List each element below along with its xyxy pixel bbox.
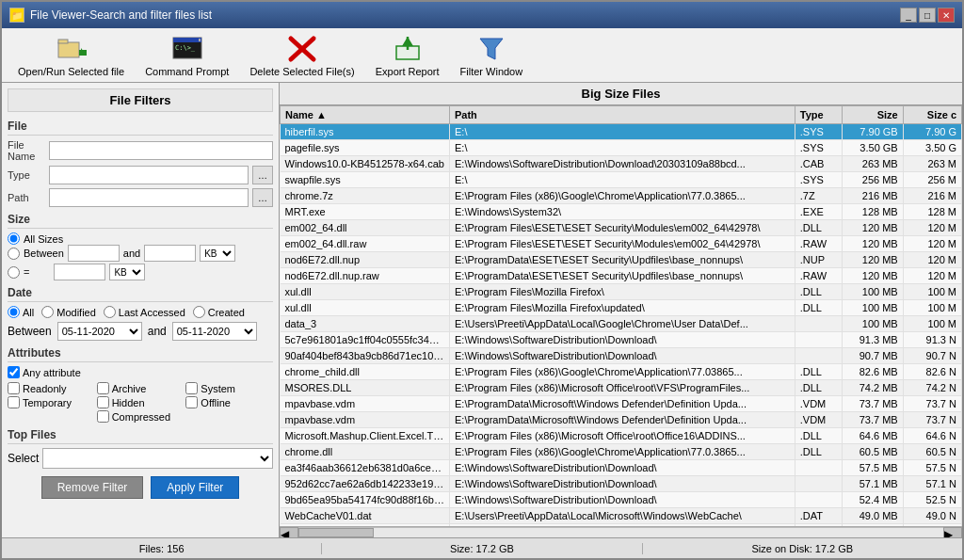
svg-rect-7: [199, 39, 201, 41]
cell-sizec: 49.0 N: [903, 508, 961, 524]
readonly-checkbox[interactable]: [8, 382, 20, 394]
cell-type: .DLL: [795, 380, 842, 396]
col-header-name[interactable]: Name ▲: [281, 106, 450, 124]
scrollbar-area[interactable]: ◀ ▶: [280, 526, 962, 537]
table-row[interactable]: nod6E72.dll.nupE:\ProgramData\ESET\ESET …: [281, 252, 962, 268]
cell-size: 120 MB: [843, 252, 904, 268]
cell-path: E:\Program Files\Mozilla Firefox\: [450, 284, 795, 300]
cell-path: E:\Windows\System32\: [450, 204, 795, 220]
close-button[interactable]: ✕: [938, 8, 955, 23]
scroll-right-btn[interactable]: ▶: [943, 527, 962, 538]
table-row[interactable]: WebCacheV01.datE:\Users\Preeti\AppData\L…: [281, 508, 962, 524]
table-row[interactable]: xul.dllE:\Program Files\Mozilla Firefox\…: [281, 284, 962, 300]
date-modified-radio[interactable]: [41, 306, 54, 318]
table-row[interactable]: Windows10.0-KB4512578-x64.cabE:\Windows\…: [281, 156, 962, 172]
archive-checkbox[interactable]: [97, 382, 109, 394]
size-eq-unit-select[interactable]: KBMBGB: [109, 264, 145, 280]
compressed-checkbox[interactable]: [97, 410, 109, 423]
all-sizes-radio[interactable]: [8, 232, 20, 245]
offline-checkbox[interactable]: [185, 396, 198, 408]
date-all-label: All: [23, 307, 34, 318]
table-row[interactable]: chrome.7zE:\Program Files (x86)\Google\C…: [281, 188, 962, 204]
cell-name: pagefile.sys: [281, 140, 450, 156]
table-row[interactable]: 9bd65ea95ba54174fc90d88f16b8f5e2e760c7a0…: [281, 492, 962, 508]
cell-sizec: 82.6 N: [903, 364, 961, 380]
cell-name: 5c7e961801a9c1ff04c0555fc347e6b43f6294e4: [281, 332, 450, 348]
size-unit-select[interactable]: KBMBGB: [200, 245, 235, 262]
svg-rect-0: [58, 42, 79, 57]
table-row[interactable]: MRT.exeE:\Windows\System32\.EXE128 MB128…: [281, 204, 962, 220]
path-browse-btn[interactable]: …: [252, 188, 273, 207]
export-button[interactable]: Export Report: [367, 29, 448, 82]
maximize-button[interactable]: □: [919, 8, 936, 23]
date-created-radio[interactable]: [193, 306, 205, 318]
cell-size: 100 MB: [843, 300, 904, 316]
any-attr-checkbox[interactable]: [8, 366, 20, 378]
open-run-button[interactable]: Open/Run Selected file: [9, 29, 133, 82]
size-from-input[interactable]: [68, 245, 120, 262]
type-input[interactable]: [49, 166, 249, 184]
date-all-radio[interactable]: [8, 306, 20, 318]
temporary-label: Temporary: [23, 397, 72, 408]
scrollbar-track[interactable]: [298, 527, 943, 538]
date-accessed-radio[interactable]: [104, 306, 116, 318]
filter-button[interactable]: Filter Window: [452, 29, 532, 82]
cell-type: .RAW: [795, 268, 842, 284]
file-table-container[interactable]: Name ▲ Path Type Size Size c hiberfil.sy…: [280, 105, 962, 526]
table-row[interactable]: mpavbase.vdmE:\ProgramData\Microsoft\Win…: [281, 396, 962, 412]
scrollbar-thumb[interactable]: [298, 528, 374, 537]
col-header-path[interactable]: Path: [450, 106, 795, 124]
table-row[interactable]: swapfile.sysE:\.SYS256 MB256 M: [281, 172, 962, 188]
cell-sizec: 100 M: [903, 316, 961, 332]
minimize-button[interactable]: _: [900, 8, 917, 23]
table-row[interactable]: hiberfil.sysE:\.SYS7.90 GB7.90 G: [281, 124, 962, 140]
table-row[interactable]: chrome_child.dllE:\Program Files (x86)\G…: [281, 364, 962, 380]
table-row[interactable]: Microsoft.Mashup.Client.Excel.Themes.dll…: [281, 428, 962, 444]
cell-name: Microsoft.Mashup.Client.Excel.Themes.dll: [281, 428, 450, 444]
table-row[interactable]: xul.dllE:\Program Files\Mozilla Firefox\…: [281, 300, 962, 316]
table-row[interactable]: 90af404bef843ba9cb86d71ec10b3ff515df5e21…: [281, 348, 962, 364]
table-row[interactable]: 5c7e961801a9c1ff04c0555fc347e6b43f6294e4…: [281, 332, 962, 348]
cell-size: 216 MB: [843, 188, 904, 204]
table-row[interactable]: MSORES.DLLE:\Program Files (x86)\Microso…: [281, 380, 962, 396]
size-eq-input[interactable]: [54, 264, 105, 280]
system-attr-row: System: [185, 382, 273, 394]
temporary-checkbox[interactable]: [8, 396, 20, 408]
cell-path: E:\Program Files\ESET\ESET Security\Modu…: [450, 236, 795, 252]
filename-input[interactable]: [49, 141, 273, 160]
remove-filter-button[interactable]: Remove Filter: [41, 476, 144, 499]
type-browse-btn[interactable]: …: [252, 166, 273, 184]
delete-button[interactable]: Delete Selected File(s): [241, 29, 362, 82]
size-to-input[interactable]: [144, 245, 196, 262]
cell-sizec: 73.7 N: [903, 412, 961, 428]
table-row[interactable]: 952d62cc7ae62a6db142233e19f7c6bf0282701f…: [281, 476, 962, 492]
top-files-select[interactable]: Top 10 Top 20 Top 50 Top 100: [42, 448, 273, 469]
date-from-select[interactable]: 05-11-2020: [57, 322, 142, 341]
table-row[interactable]: chrome.dllE:\Program Files (x86)\Google\…: [281, 444, 962, 460]
table-body: hiberfil.sysE:\.SYS7.90 GB7.90 Gpagefile…: [281, 124, 962, 527]
table-row[interactable]: ea3f46aab36612eb6381d0a6ce2a94051a6cfca6…: [281, 460, 962, 476]
table-row[interactable]: nod6E72.dll.nup.rawE:\ProgramData\ESET\E…: [281, 268, 962, 284]
col-header-type[interactable]: Type: [795, 106, 842, 124]
equals-radio[interactable]: [8, 266, 20, 279]
path-input[interactable]: [49, 188, 249, 207]
cmd-button[interactable]: C:\>_ Command Prompt: [137, 29, 237, 82]
between-radio[interactable]: [8, 248, 20, 260]
table-row[interactable]: pagefile.sysE:\.SYS3.50 GB3.50 G: [281, 140, 962, 156]
table-row[interactable]: mpavbase.vdmE:\ProgramData\Microsoft\Win…: [281, 412, 962, 428]
cell-type: .VDM: [795, 396, 842, 412]
scroll-left-btn[interactable]: ◀: [280, 527, 298, 538]
apply-filter-button[interactable]: Apply Filter: [151, 476, 239, 499]
size-section: Size All Sizes Between and KBMBGB: [8, 213, 273, 280]
cell-name: mpavbase.vdm: [281, 412, 450, 428]
date-to-select[interactable]: 05-11-2020: [172, 322, 257, 341]
system-checkbox[interactable]: [185, 382, 198, 394]
cell-path: E:\Program Files\Mozilla Firefox\updated…: [450, 300, 795, 316]
table-row[interactable]: em002_64.dllE:\Program Files\ESET\ESET S…: [281, 220, 962, 236]
hidden-checkbox[interactable]: [97, 396, 109, 408]
table-row[interactable]: data_3E:\Users\Preeti\AppData\Local\Goog…: [281, 316, 962, 332]
table-row[interactable]: em002_64.dll.rawE:\Program Files\ESET\ES…: [281, 236, 962, 252]
col-header-size[interactable]: Size: [843, 106, 904, 124]
col-header-sizec[interactable]: Size c: [903, 106, 961, 124]
cell-size: 52.4 MB: [843, 492, 904, 508]
